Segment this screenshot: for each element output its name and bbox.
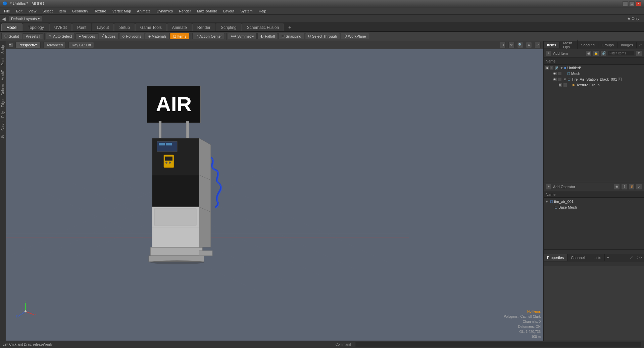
mesh-ops-f-btn[interactable]: f [621,184,627,190]
viewport-advanced-btn[interactable]: Advanced [43,42,66,48]
items-button[interactable]: ◻ Items [170,33,189,39]
mesh-ops-expand-btn[interactable]: ⤢ [636,184,642,190]
command-input[interactable] [355,342,641,347]
action-center-button[interactable]: ⊕ Action Center [192,33,225,39]
item-vis-untitled[interactable]: ◉ [545,66,549,70]
br-add-tab-btn[interactable]: + [605,255,611,261]
menu-texture[interactable]: Texture [92,8,109,14]
symmetry-button[interactable]: ⟺ Symmetry [228,33,257,39]
menu-edit[interactable]: Edit [13,8,25,14]
vp-menu-btn[interactable]: ≡ [9,43,13,47]
maximize-button[interactable]: □ [629,1,635,6]
tab-layout[interactable]: Layout [92,24,114,31]
br-expand-btn[interactable]: ⤢ [628,255,635,261]
tab-setup[interactable]: Setup [114,24,135,31]
menu-dynamics[interactable]: Dynamics [154,8,176,14]
tab-animate[interactable]: Animate [167,24,192,31]
tab-game-tools[interactable]: Game Tools [135,24,167,31]
menu-select[interactable]: Select [40,8,55,14]
work-plane-button[interactable]: ⬡ WorkPlane [341,33,369,39]
tree-expand-untitled[interactable]: ▼ [560,66,563,70]
item-link-untitled[interactable]: 🔗 [554,66,558,70]
falloff-button[interactable]: ◐ Falloff [257,33,278,39]
right-tab-images[interactable]: Images [617,42,637,48]
right-tab-groups[interactable]: Groups [598,42,617,48]
item-add-texture[interactable] [563,83,567,87]
add-operator-button[interactable]: + [546,184,552,190]
items-tree[interactable]: ◉ + 🔗 ▼ ■ Untitled* ◉ ◻ Mesh ◉ [544,64,644,182]
polygons-button[interactable]: ◇ Polygons [119,33,144,39]
menu-vertex-map[interactable]: Vertex Map [110,8,134,14]
right-panel-expand-btn[interactable]: ⤢ [637,42,644,48]
items-vis-btn[interactable]: ◉ [586,50,592,56]
right-tab-items[interactable]: Items [544,42,560,48]
item-vis-mesh[interactable]: ◉ [553,72,557,76]
mesh-ops-tree[interactable]: ▼ ◻ tire_air_001 ◻ Base Mesh [544,198,644,249]
mesh-ops-s-btn[interactable]: S [629,184,635,190]
right-tab-mesh-ops[interactable]: Mesh Ops [560,40,578,50]
sidebar-uv[interactable]: UV [0,133,5,141]
mesh-ops-expand-icon[interactable]: ▼ [545,200,549,204]
presets-button[interactable]: Presets | [23,33,43,39]
item-add-mesh[interactable] [558,72,562,76]
mesh-ops-vis-btn[interactable]: ◉ [614,184,620,190]
tab-scripting[interactable]: Scripting [216,24,242,31]
materials-button[interactable]: ◈ Materials [145,33,170,39]
sidebar-deform[interactable]: Deform [0,82,5,97]
auto-select-button[interactable]: ↖ Auto Select [46,33,75,39]
filter-items-input[interactable] [608,51,635,56]
menu-render[interactable]: Render [176,8,194,14]
tab-model[interactable]: Model [1,24,22,31]
right-tab-shading[interactable]: Shading [578,42,598,48]
menu-animate[interactable]: Animate [134,8,153,14]
sidebar-curve[interactable]: Curve [0,120,5,133]
viewport-perspective-btn[interactable]: Perspective [15,42,41,48]
menu-help[interactable]: Help [256,8,269,14]
viewport-render-icon[interactable]: ⊙ [500,42,506,48]
add-item-button[interactable]: + [546,50,552,56]
menu-item[interactable]: Item [56,8,68,14]
br-tab-properties[interactable]: Properties [544,254,567,261]
tree-expand-tire[interactable]: ▼ [563,77,567,81]
br-tab-channels[interactable]: Channels [567,254,590,261]
minimize-button[interactable]: ─ [623,1,628,6]
tab-paint[interactable]: Paint [72,24,91,31]
tab-add-button[interactable]: + [286,23,294,31]
br-tab-lists[interactable]: Lists [590,254,605,261]
layout-icon-left[interactable]: ◀ [2,16,7,21]
sidebar-sculpt[interactable]: Sculpt [0,42,5,56]
menu-view[interactable]: View [26,8,39,14]
items-settings-btn[interactable]: ⚙ [636,50,642,56]
menu-system[interactable]: System [238,8,255,14]
items-lock-btn[interactable]: 🔒 [593,50,599,56]
layout-dropdown[interactable]: Default Layouts ▾ [9,15,42,22]
sculpt-button[interactable]: ⬡ Sculpt [1,33,22,39]
tab-schematic-fusion[interactable]: Schematic Fusion [242,24,284,31]
viewport-raygl-btn[interactable]: Ray GL: Off [68,42,94,48]
viewport-canvas[interactable]: AIR [6,49,543,341]
snapping-button[interactable]: ⊞ Snapping [279,33,304,39]
edges-button[interactable]: ╱ Edges [99,33,118,39]
sidebar-paint[interactable]: Paint [0,56,5,68]
item-add-tire[interactable] [558,77,562,81]
tab-render[interactable]: Render [192,24,215,31]
menu-file[interactable]: File [1,8,13,14]
viewport-refresh-icon[interactable]: ↺ [508,42,514,48]
sidebar-polygon[interactable]: Poly [0,109,5,120]
sidebar-meshfusion[interactable]: MeshF. [0,68,5,82]
vertices-button[interactable]: ● Vertices [76,33,98,39]
close-button[interactable]: ✕ [636,1,641,6]
item-vis-tire[interactable]: ◉ [553,77,557,81]
br-collapse-btn[interactable]: >> [635,255,644,261]
item-vis-texture[interactable]: ◉ [558,83,562,87]
tab-uvedit[interactable]: UVEdit [49,24,72,31]
select-through-button[interactable]: ⊡ Select Through [305,33,340,39]
mesh-ops-row-base[interactable]: ◻ Base Mesh [544,204,644,210]
tab-topology[interactable]: Topology [23,24,49,31]
items-link-btn[interactable]: 🔗 [600,50,606,56]
viewport-expand-icon[interactable]: ⤢ [535,42,541,48]
viewport-settings-icon[interactable]: ⚙ [526,42,532,48]
sidebar-edge[interactable]: Edge [0,97,5,109]
menu-layout[interactable]: Layout [220,8,237,14]
item-add-untitled[interactable]: + [550,66,554,70]
